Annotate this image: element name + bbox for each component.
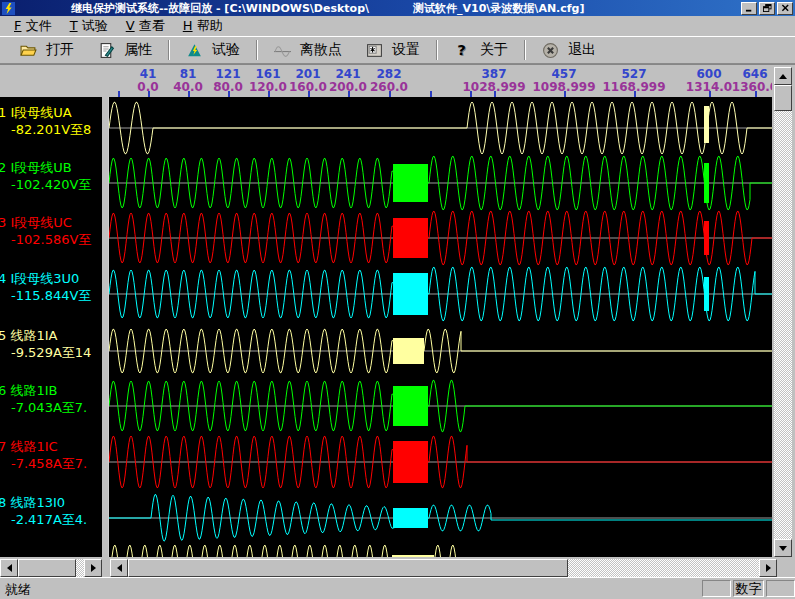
waveform-marker-bar (704, 163, 709, 203)
waveform-scroll-right-button[interactable] (759, 559, 777, 577)
test-button[interactable]: 试验 (174, 38, 252, 62)
properties-icon (98, 42, 115, 59)
test-run-icon (186, 42, 203, 59)
restore-icon (763, 4, 772, 12)
status-panel-empty (702, 580, 731, 597)
close-button[interactable] (777, 2, 793, 15)
vertical-scrollbar[interactable] (774, 67, 792, 557)
minimize-icon (745, 4, 754, 12)
ruler-tick-label: 4571098.999 (532, 68, 595, 93)
client-area: 410.08140.012180.0161120.0201160.0241200… (0, 64, 795, 577)
window-title-path: 测试软件_V10\录波数据\AN.cfg] (413, 1, 584, 16)
waveform-marker-bar (704, 221, 709, 255)
minimize-button[interactable] (741, 2, 757, 15)
menu-test[interactable]: T 试验 (61, 16, 117, 36)
ruler-tick-label: 3871028.999 (462, 68, 525, 93)
app-icon[interactable] (2, 2, 15, 15)
toolbar: 打开 属性 试验 离散点 (0, 36, 795, 64)
waveform-dense-block (393, 164, 428, 202)
titlebar: 继电保护测试系统--故障回放 - [C:\WINDOWS\Desktop\ 测试… (0, 0, 795, 16)
toolbar-separator (436, 40, 438, 60)
channel-label: 8 线路13I0-2.417A至4. (0, 494, 87, 528)
waveform-marker-bar (704, 106, 709, 143)
time-ruler: 410.08140.012180.0161120.0201160.0241200… (108, 67, 772, 97)
close-icon (781, 4, 790, 12)
labels-scroll-thumb[interactable] (18, 559, 76, 577)
waveform-canvas[interactable] (109, 97, 773, 557)
window-title: 继电保护测试系统--故障回放 - [C:\WINDOWS\Desktop\ (71, 1, 369, 16)
ruler-tick-label: 12180.0 (213, 68, 243, 93)
status-text: 就绪 (5, 581, 31, 599)
toolbar-separator (524, 40, 526, 60)
restore-button[interactable] (759, 2, 775, 15)
app-window: 继电保护测试系统--故障回放 - [C:\WINDOWS\Desktop\ 测试… (0, 0, 795, 599)
exit-icon (542, 42, 559, 59)
discrete-points-icon (274, 42, 291, 59)
channel-label: 6 线路1IB-7.043A至7. (0, 382, 87, 416)
arrow-right-icon (91, 564, 96, 572)
open-folder-icon (20, 42, 37, 59)
ruler-tick-label: 5271168.999 (602, 68, 665, 93)
menubar: F 文件 T 试验 V 查看 H 帮助 (0, 16, 795, 36)
channel-label: 1 Ⅰ段母线UA-82.201V至8 (0, 104, 91, 138)
about-icon: ? ? (454, 42, 471, 59)
menu-file[interactable]: F 文件 (5, 16, 61, 36)
waveform-dense-block (393, 441, 428, 483)
waveform-scroll-left-button[interactable] (110, 559, 128, 577)
scroll-up-button[interactable] (774, 67, 792, 85)
arrow-left-icon (117, 564, 122, 572)
svg-text:?: ? (457, 42, 466, 59)
open-button[interactable]: 打开 (8, 38, 86, 62)
waveform-scrollbar[interactable] (110, 559, 777, 577)
ruler-tick-label: 6001314.0 (686, 68, 732, 93)
scroll-down-button[interactable] (774, 539, 792, 557)
waveform-scroll-thumb[interactable] (128, 559, 568, 577)
arrow-right-icon (766, 564, 771, 572)
exit-button[interactable]: 退出 (530, 38, 608, 62)
arrow-left-icon (7, 564, 12, 572)
channel-label: 5 线路1IA-9.529A至14 (0, 327, 91, 361)
waveform-dense-block (393, 218, 428, 258)
vertical-scroll-track[interactable] (774, 85, 792, 539)
labels-scroll-right-button[interactable] (84, 559, 102, 577)
waveform-dense-block (393, 508, 428, 528)
discrete-points-button[interactable]: 离散点 (262, 38, 354, 62)
ruler-tick-label: 282260.0 (370, 68, 408, 93)
channel-labels-panel: 1 Ⅰ段母线UA-82.201V至82 Ⅰ段母线UB-102.420V至3 Ⅰ段… (0, 97, 102, 557)
settings-button[interactable]: 设置 (354, 38, 432, 62)
status-panel-empty (766, 580, 795, 597)
arrow-up-icon (779, 74, 787, 79)
waveform-dense-block (393, 386, 428, 426)
ruler-tick-label: 241200.0 (329, 68, 367, 93)
ruler-tick-label: 410.0 (137, 68, 158, 93)
statusbar: 就绪 数字 (0, 577, 795, 599)
arrow-down-icon (779, 546, 787, 551)
ruler-tick-label: 201160.0 (289, 68, 327, 93)
settings-icon (366, 42, 383, 59)
waveform-dense-block (393, 273, 428, 315)
labels-scrollbar[interactable] (0, 559, 102, 577)
waveform-marker-bar (704, 277, 709, 311)
properties-button[interactable]: 属性 (86, 38, 164, 62)
toolbar-separator (168, 40, 170, 60)
about-button[interactable]: ? ? 关于 (442, 38, 520, 62)
channel-label: 7 线路1IC-7.458A至7. (0, 438, 87, 472)
waveform-plot[interactable] (108, 97, 772, 557)
waveform-dense-block (393, 338, 424, 364)
channel-label: 4 Ⅰ段母线3U0-115.844V至 (0, 270, 91, 304)
toolbar-separator (256, 40, 258, 60)
waveform-dense-block (392, 555, 434, 557)
vertical-scroll-thumb[interactable] (774, 85, 792, 111)
menu-help[interactable]: H 帮助 (174, 16, 232, 36)
status-panel-numeric: 数字 (733, 580, 764, 597)
channel-label: 2 Ⅰ段母线UB-102.420V至 (0, 159, 91, 193)
ruler-tick-label: 8140.0 (173, 68, 203, 93)
ruler-tick-label: 161120.0 (249, 68, 287, 93)
ruler-tick-label: 6461360.0 (732, 68, 772, 93)
channel-label: 3 Ⅰ段母线UC-102.586V至 (0, 214, 91, 248)
labels-scroll-left-button[interactable] (0, 559, 18, 577)
menu-view[interactable]: V 查看 (117, 16, 174, 36)
